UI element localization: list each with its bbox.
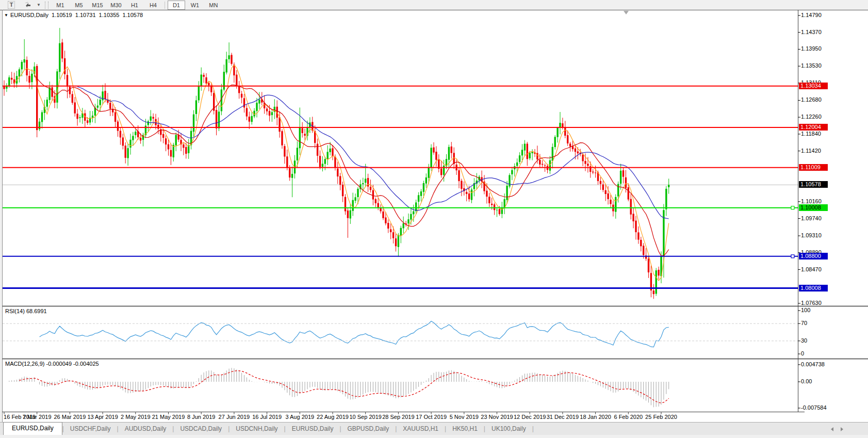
tab-usdcnh-daily[interactable]: USDCNH,Daily <box>230 423 284 435</box>
timeframe-button-h4[interactable]: H4 <box>144 1 162 10</box>
timeframe-button-m30[interactable]: M30 <box>107 1 125 10</box>
chart-canvas[interactable] <box>0 0 868 438</box>
text-tool-button[interactable]: T <box>4 1 19 10</box>
tabs-scroll-right-icon[interactable] <box>841 427 843 431</box>
chart-tabs: EURUSD,Daily|USDCHF,Daily|AUDUSD,Daily|U… <box>0 422 868 435</box>
price-line-handle[interactable] <box>791 255 794 258</box>
tab-separator: | <box>532 423 534 435</box>
text-tool-icon: T <box>8 1 15 9</box>
toolbar-grip <box>45 2 48 9</box>
tab-eurusd-daily[interactable]: EURUSD,Daily <box>286 423 340 435</box>
tab-usdchf-daily[interactable]: USDCHF,Daily <box>64 423 117 435</box>
diagonal-arrows-icon <box>24 2 31 8</box>
toolbar-separator <box>165 2 165 9</box>
timeframe-button-mn[interactable]: MN <box>205 1 222 10</box>
timeframe-buttons: M1M5M15M30H1H4D1W1MN <box>51 1 223 10</box>
tab-scroll-arrows <box>831 427 843 431</box>
timeframe-button-d1[interactable]: D1 <box>168 1 185 10</box>
timeframe-button-h1[interactable]: H1 <box>126 1 143 10</box>
tab-eurusd-daily[interactable]: EURUSD,Daily <box>3 422 62 435</box>
timeframe-button-m15[interactable]: M15 <box>89 1 106 10</box>
timeframe-button-m5[interactable]: M5 <box>70 1 88 10</box>
timeframe-button-w1[interactable]: W1 <box>186 1 204 10</box>
tab-xauusd-h1[interactable]: XAUUSD,H1 <box>397 423 445 435</box>
timeframe-button-m1[interactable]: M1 <box>52 1 69 10</box>
cycle-symbols-button[interactable] <box>20 1 36 10</box>
dropdown-caret-icon[interactable]: ▼ <box>37 3 41 7</box>
tab-uk100-daily[interactable]: UK100,Daily <box>485 423 532 435</box>
tab-audusd-daily[interactable]: AUDUSD,Daily <box>119 423 173 435</box>
status-strip <box>0 435 868 438</box>
tab-gbpusd-daily[interactable]: GBPUSD,Daily <box>341 423 396 435</box>
price-line-handle[interactable] <box>791 206 794 209</box>
tab-hk50-h1[interactable]: HK50,H1 <box>446 423 484 435</box>
mt4-window: { "toolbar": { "text_tool_label": "T", "… <box>0 0 868 438</box>
tabs-scroll-left-icon[interactable] <box>831 427 833 431</box>
tab-usdcad-daily[interactable]: USDCAD,Daily <box>174 423 228 435</box>
toolbar: T ▼ M1M5M15M30H1H4D1W1MN <box>0 0 868 10</box>
